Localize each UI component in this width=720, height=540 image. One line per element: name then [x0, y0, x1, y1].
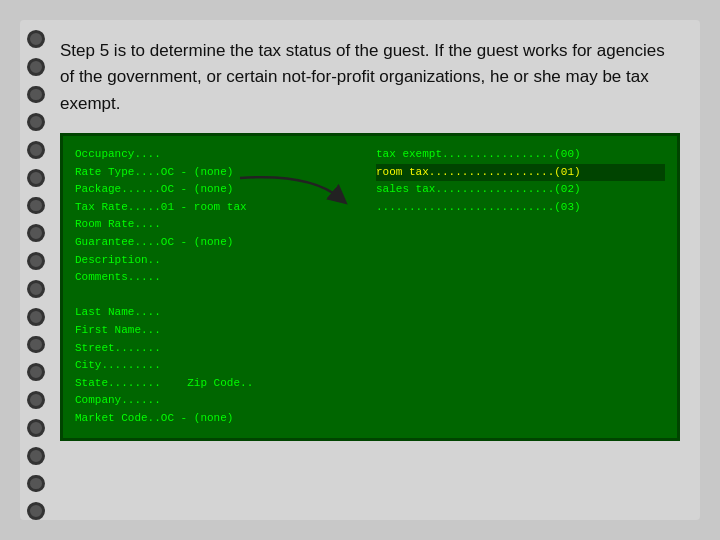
- spiral-ring: [27, 197, 45, 215]
- terminal-line: Room Rate....: [75, 216, 364, 234]
- terminal-line: Last Name....: [75, 304, 364, 322]
- terminal-line: First Name...: [75, 322, 364, 340]
- spiral-ring: [27, 113, 45, 131]
- spiral-binding: [20, 20, 52, 520]
- terminal-line-empty: [75, 287, 364, 305]
- spiral-ring: [27, 391, 45, 409]
- spiral-ring: [27, 252, 45, 270]
- slide-container: Step 5 is to determine the tax status of…: [20, 20, 700, 520]
- terminal-line: Market Code..OC - (none): [75, 410, 364, 428]
- spiral-ring: [27, 30, 45, 48]
- spiral-ring: [27, 280, 45, 298]
- spiral-ring: [27, 363, 45, 381]
- terminal-right-column: tax exempt.................(00) room tax…: [376, 146, 665, 428]
- terminal-line: Guarantee....OC - (none): [75, 234, 364, 252]
- terminal-line: Package......OC - (none): [75, 181, 364, 199]
- spiral-ring: [27, 308, 45, 326]
- terminal-line: State........ Zip Code..: [75, 375, 364, 393]
- terminal-screen: Occupancy.... Rate Type....OC - (none) P…: [60, 133, 680, 441]
- spiral-ring: [27, 447, 45, 465]
- terminal-option-line: tax exempt.................(00): [376, 146, 665, 164]
- step-text: Step 5 is to determine the tax status of…: [60, 38, 680, 117]
- terminal-line: City.........: [75, 357, 364, 375]
- spiral-ring: [27, 86, 45, 104]
- spiral-ring: [27, 502, 45, 520]
- terminal-left-column: Occupancy.... Rate Type....OC - (none) P…: [75, 146, 364, 428]
- terminal-line: Street.......: [75, 340, 364, 358]
- terminal-line: Occupancy....: [75, 146, 364, 164]
- terminal-line: Company......: [75, 392, 364, 410]
- terminal-line: Tax Rate.....01 - room tax: [75, 199, 364, 217]
- terminal-option-line: ...........................(03): [376, 199, 665, 217]
- content-area: Step 5 is to determine the tax status of…: [52, 20, 700, 520]
- terminal-line: Rate Type....OC - (none): [75, 164, 364, 182]
- terminal-line: Description..: [75, 252, 364, 270]
- spiral-ring: [27, 224, 45, 242]
- spiral-ring: [27, 475, 45, 493]
- terminal-option-highlight: room tax...................(01): [376, 164, 665, 182]
- terminal-option-line: sales tax..................(02): [376, 181, 665, 199]
- terminal-line: Comments.....: [75, 269, 364, 287]
- spiral-ring: [27, 141, 45, 159]
- spiral-ring: [27, 336, 45, 354]
- spiral-ring: [27, 419, 45, 437]
- spiral-ring: [27, 58, 45, 76]
- spiral-ring: [27, 169, 45, 187]
